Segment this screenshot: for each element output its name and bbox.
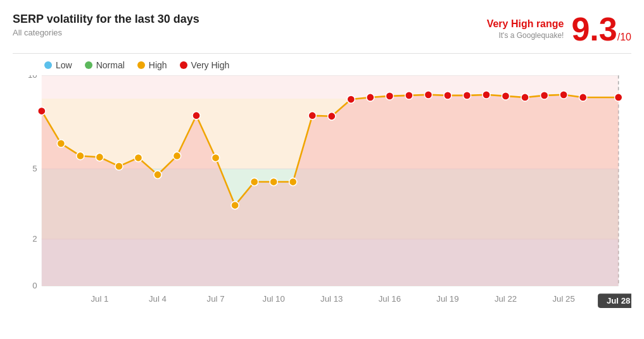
svg-point-54 xyxy=(615,94,622,101)
chart-legend: Low Normal High Very High xyxy=(44,60,631,70)
svg-text:Jul 25: Jul 25 xyxy=(553,294,575,304)
svg-point-29 xyxy=(115,163,123,170)
svg-point-51 xyxy=(541,92,548,99)
chart-svg: 0 2 5 10 Jul 1 Jul 4 Jul 7 Jul 10 Jul 13… xyxy=(13,75,631,309)
svg-point-31 xyxy=(154,171,161,178)
svg-point-41 xyxy=(347,96,355,103)
svg-point-45 xyxy=(424,91,432,99)
svg-text:Jul 16: Jul 16 xyxy=(379,294,401,304)
volatility-score: 9.3 xyxy=(571,13,617,46)
legend-very-high: Very High xyxy=(180,60,230,70)
svg-point-47 xyxy=(463,92,470,99)
svg-point-26 xyxy=(57,140,65,147)
svg-text:Jul 4: Jul 4 xyxy=(149,294,167,304)
legend-dot-normal xyxy=(85,61,92,69)
header-left: SERP volatility for the last 30 days All… xyxy=(13,13,199,37)
svg-text:Jul 7: Jul 7 xyxy=(207,294,225,304)
legend-label-very-high: Very High xyxy=(191,60,230,70)
svg-rect-3 xyxy=(42,75,619,99)
range-info: Very High range It's a Googlequake! xyxy=(487,18,564,40)
svg-point-27 xyxy=(77,152,84,159)
legend-label-low: Low xyxy=(56,60,72,70)
score-display: 9.3 /10 xyxy=(571,13,631,46)
svg-point-36 xyxy=(251,178,258,185)
legend-label-normal: Normal xyxy=(96,60,125,70)
svg-point-43 xyxy=(386,92,393,100)
chart-area: 0 2 5 10 Jul 1 Jul 4 Jul 7 Jul 10 Jul 13… xyxy=(13,75,631,309)
svg-point-34 xyxy=(212,154,219,161)
svg-point-53 xyxy=(579,94,587,101)
page-title: SERP volatility for the last 30 days xyxy=(13,13,199,26)
svg-point-46 xyxy=(444,92,451,99)
svg-text:5: 5 xyxy=(32,164,37,173)
svg-text:Jul 1: Jul 1 xyxy=(91,294,108,304)
legend-dot-low xyxy=(44,61,52,69)
svg-point-48 xyxy=(483,91,490,99)
svg-point-38 xyxy=(289,178,297,185)
svg-point-52 xyxy=(560,91,567,99)
svg-text:10: 10 xyxy=(28,75,37,80)
svg-point-35 xyxy=(231,201,239,209)
svg-point-25 xyxy=(38,107,46,114)
legend-dot-high xyxy=(137,61,145,69)
svg-point-44 xyxy=(405,92,413,99)
header-right: Very High range It's a Googlequake! 9.3 … xyxy=(487,13,631,46)
svg-text:Jul 13: Jul 13 xyxy=(320,294,343,304)
legend-dot-very-high xyxy=(180,61,187,69)
page-header: SERP volatility for the last 30 days All… xyxy=(13,13,631,54)
svg-text:Jul 19: Jul 19 xyxy=(436,294,458,304)
svg-point-42 xyxy=(367,94,374,101)
subtitle: All categories xyxy=(13,28,199,37)
svg-point-30 xyxy=(134,154,142,161)
range-label: Very High range xyxy=(487,18,564,30)
legend-low: Low xyxy=(44,60,72,70)
svg-point-33 xyxy=(193,112,200,120)
svg-text:2: 2 xyxy=(32,234,37,243)
svg-point-32 xyxy=(173,152,180,159)
svg-point-28 xyxy=(96,153,103,161)
score-suffix: /10 xyxy=(617,32,631,43)
legend-normal: Normal xyxy=(85,60,125,70)
svg-text:Jul 22: Jul 22 xyxy=(495,294,517,304)
svg-text:0: 0 xyxy=(32,281,37,290)
svg-point-40 xyxy=(328,113,336,120)
svg-text:Jul 10: Jul 10 xyxy=(263,294,285,304)
svg-point-37 xyxy=(270,178,277,185)
svg-point-49 xyxy=(502,92,509,100)
legend-label-high: High xyxy=(149,60,167,70)
svg-point-39 xyxy=(308,112,316,120)
svg-text:Jul 28: Jul 28 xyxy=(607,296,630,305)
legend-high: High xyxy=(137,60,167,70)
svg-point-50 xyxy=(521,94,529,101)
range-sub: It's a Googlequake! xyxy=(487,31,564,40)
